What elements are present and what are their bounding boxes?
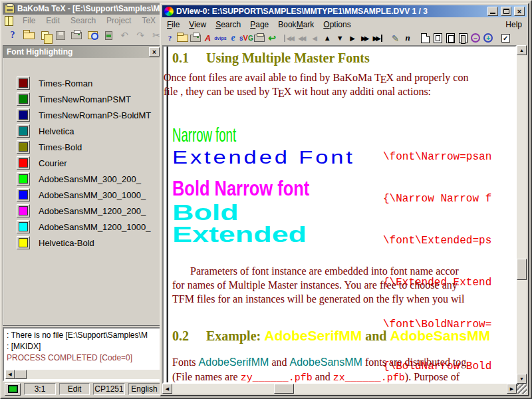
- zoom-in-icon: +: [483, 33, 493, 43]
- view-page-button[interactable]: [419, 31, 432, 45]
- scroll-right-icon: ▶: [510, 386, 513, 392]
- resize-grip[interactable]: [517, 384, 527, 394]
- save-button[interactable]: [53, 28, 68, 43]
- scroll-down-button[interactable]: ▼: [517, 374, 527, 384]
- scrollbar-thumb[interactable]: [517, 259, 527, 280]
- next-page-button[interactable]: ▶: [346, 31, 359, 45]
- option-checkbox[interactable]: ✓: [499, 31, 512, 45]
- list-item: AdobeSansMM_300_1000_: [17, 187, 163, 203]
- document-icon[interactable]: [5, 16, 13, 26]
- color-swatch: [19, 142, 28, 152]
- color-swatch-button[interactable]: [17, 92, 30, 106]
- help-button[interactable]: ?: [164, 31, 176, 45]
- color-swatch: [19, 222, 28, 231]
- print-button[interactable]: [189, 31, 201, 45]
- scroll-right-button[interactable]: ▶: [507, 384, 517, 394]
- export-svg-button[interactable]: sVG: [239, 31, 253, 45]
- font-name-label: AdobeSansMM_1200_1000_: [39, 222, 150, 232]
- log-horizontal-scrollbar[interactable]: ◀: [5, 370, 161, 379]
- color-swatch-button[interactable]: [17, 156, 30, 170]
- goto-page-button[interactable]: n: [402, 31, 414, 45]
- scroll-left-button[interactable]: ◀: [162, 384, 172, 394]
- color-swatch-button[interactable]: [17, 76, 30, 90]
- console-button[interactable]: [5, 383, 21, 396]
- prev-page-button[interactable]: ◀: [309, 31, 321, 45]
- recycle-button[interactable]: [100, 28, 116, 43]
- menu-page[interactable]: Page: [245, 20, 273, 29]
- menu-tex[interactable]: TeX: [136, 16, 161, 25]
- view-two-pages-button[interactable]: [444, 31, 457, 45]
- list-item: Helvetica-Bold: [17, 235, 163, 251]
- font-name-label: Helvetica-Bold: [39, 238, 94, 248]
- export-dvips-button[interactable]: dvips: [214, 31, 227, 45]
- color-swatch-button[interactable]: [17, 188, 30, 201]
- color-swatch-button[interactable]: [17, 220, 30, 233]
- dview-client-area: 0.1Using Multiple Master Fonts Once font…: [162, 45, 527, 394]
- menu-options[interactable]: Options: [319, 20, 355, 29]
- last-page-icon: ▶▶: [372, 35, 382, 42]
- language-status[interactable]: English: [128, 383, 160, 395]
- help-button[interactable]: ?: [5, 28, 21, 43]
- vertical-scrollbar[interactable]: ▲ ▼: [517, 45, 527, 384]
- export-pdf-button[interactable]: A: [201, 31, 214, 45]
- zoom-in-button[interactable]: +: [482, 31, 495, 45]
- first-page-button[interactable]: ◀◀: [283, 31, 296, 45]
- annotate-button[interactable]: ✎: [389, 31, 402, 45]
- print-button[interactable]: [68, 28, 84, 43]
- next-fast-button[interactable]: ▶▶: [359, 31, 372, 45]
- open-button[interactable]: [21, 28, 37, 43]
- menu-search[interactable]: Search: [211, 20, 245, 29]
- scrollbar-thumb[interactable]: [15, 370, 27, 379]
- horizontal-scrollbar[interactable]: ◀ ▶: [162, 384, 517, 394]
- menu-file[interactable]: File: [17, 16, 41, 25]
- view-framed-button[interactable]: [432, 31, 444, 45]
- minimize-button[interactable]: [487, 7, 498, 16]
- copy-button[interactable]: [37, 28, 53, 43]
- scroll-left-button[interactable]: ◀: [5, 370, 15, 379]
- last-page-button[interactable]: ▶▶: [372, 31, 384, 45]
- tex-process-button[interactable]: [253, 31, 266, 45]
- scroll-up-button[interactable]: ▲: [517, 45, 527, 55]
- open-button[interactable]: [176, 31, 189, 45]
- font-panel-titlebar[interactable]: Font Highlighting ×: [3, 46, 163, 58]
- menu-edit[interactable]: Edit: [41, 16, 65, 25]
- color-swatch-button[interactable]: [17, 108, 30, 122]
- scrollbar-thumb[interactable]: [274, 384, 294, 394]
- prev-fast-button[interactable]: ◀◀: [296, 31, 309, 45]
- menu-search[interactable]: Search: [65, 16, 101, 25]
- menu-project[interactable]: Project: [101, 16, 136, 25]
- paragraph-2: Parameters of font instance are embedded…: [172, 264, 517, 306]
- close-icon: ×: [152, 49, 156, 56]
- scroll-down-button[interactable]: ▼: [334, 31, 346, 45]
- export-html-button[interactable]: e: [227, 31, 239, 45]
- menu-view[interactable]: View: [184, 20, 211, 29]
- find-in-file-button[interactable]: [84, 28, 100, 43]
- color-swatch-button[interactable]: [17, 124, 30, 138]
- codepage-status[interactable]: CP1251: [93, 383, 125, 395]
- color-swatch-button[interactable]: [17, 204, 30, 217]
- list-item: Times-Roman: [17, 75, 163, 91]
- color-swatch-button[interactable]: [17, 172, 30, 186]
- font-panel-close-button[interactable]: ×: [149, 47, 160, 57]
- zoom-out-button[interactable]: −: [469, 31, 482, 45]
- color-swatch-button[interactable]: [17, 236, 30, 249]
- menu-file[interactable]: File: [162, 20, 184, 29]
- bold-narrow-font-sample: Bold Narrow font: [172, 177, 309, 201]
- menu-bookmark[interactable]: BookMark: [273, 20, 319, 29]
- color-swatch-button[interactable]: [17, 140, 30, 154]
- main-window-title: BaKoMa TeX - [E:\Support\Samples\MM: [17, 4, 166, 13]
- back-button[interactable]: ↩: [266, 31, 279, 45]
- menu-help[interactable]: Help: [501, 20, 527, 29]
- view-split-button[interactable]: [457, 31, 469, 45]
- maximize-button[interactable]: [501, 7, 511, 16]
- undo-button[interactable]: ↶: [116, 28, 132, 43]
- font-name-label: AdobeSansMM_300_1000_: [39, 190, 146, 200]
- dview-titlebar[interactable]: DView-0: E:\SUPPORT\SAMPLES\MMTYPE1\MMSA…: [162, 5, 527, 17]
- scroll-up-button[interactable]: ▲: [321, 31, 334, 45]
- list-item: AdobeSansMM_300_200_: [17, 171, 163, 187]
- redo-button[interactable]: ↷: [132, 28, 148, 43]
- close-button[interactable]: ×: [514, 7, 525, 16]
- edit-mode-status[interactable]: Edit: [59, 383, 90, 395]
- page-number-icon: n: [406, 33, 410, 43]
- zoom-ratio-status[interactable]: 3:1: [24, 383, 56, 395]
